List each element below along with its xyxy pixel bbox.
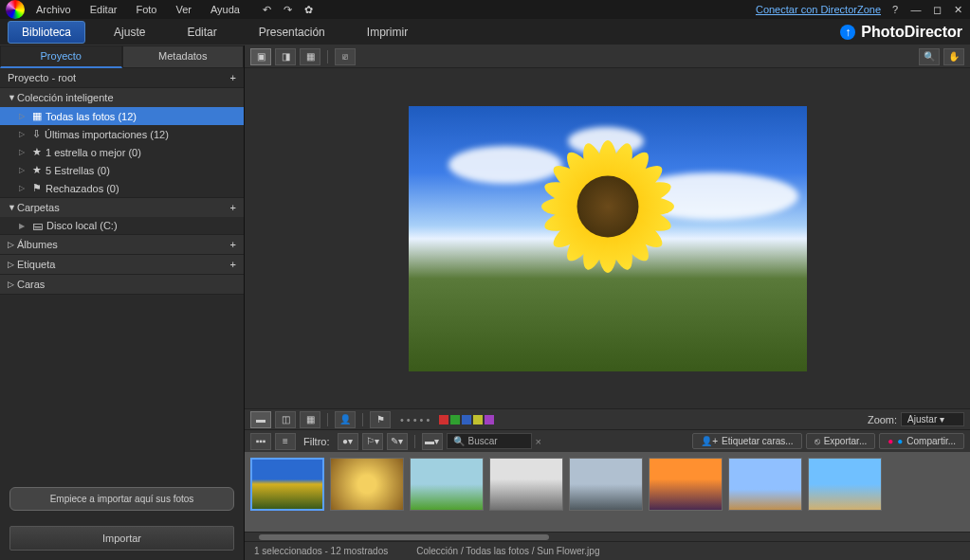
tree-cinco-estrellas[interactable]: ▷★5 Estrellas (0) bbox=[0, 161, 244, 179]
tree-una-estrella[interactable]: ▷★1 estrella o mejor (0) bbox=[0, 143, 244, 161]
top-toolbar: ▣ ◨ ▦ ⎚ 🔍 ✋ bbox=[245, 45, 970, 68]
filter-brush-icon[interactable]: ✎▾ bbox=[387, 433, 408, 450]
filter-toolbar: ▪▪▪ ≡ Filtro: ●▾ ⚐▾ ✎▾ ▬▾ 🔍 Buscar × 👤+ … bbox=[245, 429, 970, 452]
add-tag-icon[interactable]: + bbox=[230, 259, 236, 270]
tree-ultimas[interactable]: ▷⇩Últimas importaciones (12) bbox=[0, 125, 244, 143]
import-button[interactable]: Importar bbox=[9, 526, 234, 551]
module-presentacion[interactable]: Presentación bbox=[246, 22, 339, 43]
face-tag-icon[interactable]: 👤 bbox=[335, 411, 356, 428]
status-path: Colección / Todas las fotos / Sun Flower… bbox=[416, 546, 599, 556]
thumbnail[interactable] bbox=[489, 458, 563, 511]
search-input[interactable]: 🔍 Buscar bbox=[447, 433, 532, 449]
clear-search-icon[interactable]: × bbox=[536, 436, 541, 447]
filter-label: Filtro: bbox=[303, 436, 330, 447]
zoom-label: Zoom: bbox=[868, 414, 897, 425]
module-editar[interactable]: Editar bbox=[174, 22, 229, 43]
tab-metadatos[interactable]: Metadatos bbox=[122, 45, 245, 68]
help-icon[interactable]: ? bbox=[888, 3, 902, 16]
minimize-button[interactable]: — bbox=[909, 3, 923, 16]
tree-disco-local[interactable]: ▶🖴Disco local (C:) bbox=[0, 217, 244, 234]
view-secondary-icon[interactable]: ⎚ bbox=[335, 48, 356, 65]
close-button[interactable]: ✕ bbox=[951, 3, 964, 16]
status-selection: 1 seleccionados - 12 mostrados bbox=[254, 546, 388, 556]
stack-icon[interactable]: ▬▾ bbox=[422, 433, 443, 450]
layout-1-icon[interactable]: ▬ bbox=[250, 411, 271, 428]
pan-tool-icon[interactable]: ✋ bbox=[943, 48, 964, 65]
module-imprimir[interactable]: Imprimir bbox=[354, 22, 421, 43]
view-grid-icon[interactable]: ▦ bbox=[300, 48, 320, 65]
import-hint: Empiece a importar aquí sus fotos bbox=[9, 487, 234, 511]
section-caras[interactable]: ▷Caras bbox=[0, 275, 244, 294]
share-button[interactable]: ●● Compartir... bbox=[879, 433, 964, 449]
thumb-large-icon[interactable]: ≡ bbox=[275, 433, 296, 450]
section-albumes[interactable]: ▷Álbumes+ bbox=[0, 235, 244, 254]
thumbnail[interactable] bbox=[649, 458, 723, 511]
color-label-box[interactable] bbox=[462, 415, 471, 425]
viewer: ▣ ◨ ▦ ⎚ 🔍 ✋ ▬ ◫ bbox=[245, 45, 970, 560]
tab-proyecto[interactable]: Proyecto bbox=[0, 45, 122, 68]
add-album-icon[interactable]: + bbox=[230, 239, 236, 250]
menu-ver[interactable]: Ver bbox=[168, 2, 199, 17]
sidebar: Proyecto Metadatos Proyecto - root + ▼Co… bbox=[0, 45, 245, 560]
filter-flag-icon[interactable]: ⚐▾ bbox=[362, 433, 383, 450]
rating-toolbar: ▬ ◫ ▦ 👤 ⚑ ••••• Zoom: Ajustar ▾ bbox=[245, 408, 970, 429]
menu-editar[interactable]: Editar bbox=[82, 2, 125, 17]
section-etiqueta[interactable]: ▷Etiqueta+ bbox=[0, 255, 244, 274]
maximize-button[interactable]: ◻ bbox=[930, 3, 943, 16]
canvas-area[interactable] bbox=[245, 68, 970, 408]
view-single-icon[interactable]: ▣ bbox=[250, 48, 271, 65]
project-name: Proyecto - root bbox=[8, 72, 76, 83]
filter-color-icon[interactable]: ●▾ bbox=[338, 433, 358, 450]
thumbnail[interactable] bbox=[728, 458, 802, 511]
menu-archivo[interactable]: Archivo bbox=[28, 2, 79, 17]
section-carpetas[interactable]: ▼Carpetas+ bbox=[0, 198, 244, 217]
thumbnail[interactable] bbox=[330, 458, 404, 511]
thumbnail[interactable] bbox=[808, 458, 882, 511]
layout-3-icon[interactable]: ▦ bbox=[300, 411, 320, 428]
zoom-tool-icon[interactable]: 🔍 bbox=[919, 48, 940, 65]
thumb-small-icon[interactable]: ▪▪▪ bbox=[250, 433, 271, 450]
thumbnail-strip[interactable] bbox=[245, 452, 970, 532]
thumbnail[interactable] bbox=[569, 458, 643, 511]
module-ajuste[interactable]: Ajuste bbox=[101, 22, 158, 43]
directorzone-link[interactable]: Conectar con DirectorZone bbox=[756, 4, 881, 15]
thumbnail[interactable] bbox=[250, 458, 324, 511]
tree-rechazados[interactable]: ▷⚑Rechazados (0) bbox=[0, 179, 244, 197]
thumb-scrollbar[interactable] bbox=[245, 532, 970, 541]
module-biblioteca[interactable]: Biblioteca bbox=[8, 21, 85, 44]
color-label-box[interactable] bbox=[473, 415, 483, 425]
layout-2-icon[interactable]: ◫ bbox=[275, 411, 296, 428]
brand-text: PhotoDirector bbox=[861, 24, 962, 41]
gear-icon[interactable]: ✿ bbox=[302, 3, 316, 16]
tree-todas-fotos[interactable]: ▷▦Todas las fotos (12) bbox=[0, 107, 244, 125]
menu-ayuda[interactable]: Ayuda bbox=[203, 2, 247, 17]
add-folder-icon[interactable]: + bbox=[230, 202, 236, 213]
color-label-box[interactable] bbox=[450, 415, 460, 425]
menu-foto[interactable]: Foto bbox=[128, 2, 164, 17]
thumbnail[interactable] bbox=[410, 458, 484, 511]
view-compare-icon[interactable]: ◨ bbox=[275, 48, 296, 65]
menubar: Archivo Editar Foto Ver Ayuda ↶ ↷ ✿ Cone… bbox=[0, 0, 970, 19]
status-bar: 1 seleccionados - 12 mostrados Colección… bbox=[245, 541, 970, 560]
tag-faces-button[interactable]: 👤+ Etiquetar caras... bbox=[692, 433, 801, 449]
export-button[interactable]: ⎋ Exportar... bbox=[806, 433, 876, 449]
preview-image bbox=[409, 106, 807, 371]
color-label-box[interactable] bbox=[485, 415, 494, 425]
zoom-select[interactable]: Ajustar ▾ bbox=[901, 412, 964, 426]
module-bar: Biblioteca Ajuste Editar Presentación Im… bbox=[0, 19, 970, 45]
app-logo-icon bbox=[6, 0, 25, 19]
section-coleccion[interactable]: ▼Colección inteligente bbox=[0, 88, 244, 107]
brand-label: ↑ PhotoDirector bbox=[840, 24, 962, 41]
add-project-icon[interactable]: + bbox=[230, 72, 236, 83]
color-label-box[interactable] bbox=[439, 415, 448, 425]
undo-icon[interactable]: ↶ bbox=[261, 3, 274, 16]
redo-icon[interactable]: ↷ bbox=[282, 3, 295, 16]
brand-icon: ↑ bbox=[840, 25, 855, 40]
star-rating[interactable]: ••••• bbox=[400, 414, 430, 425]
flag-icon[interactable]: ⚑ bbox=[370, 411, 391, 428]
